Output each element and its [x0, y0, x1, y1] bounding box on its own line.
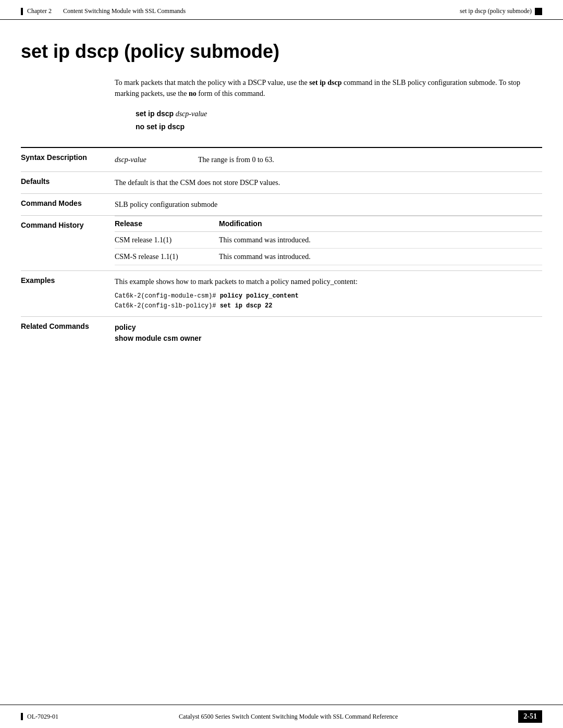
page-title: set ip dscp (policy submode)	[21, 41, 542, 63]
defaults-content: The default is that the CSM does not sto…	[115, 172, 542, 194]
command-history-label: Command History	[21, 216, 115, 271]
page-header: Chapter 2 Content Switching Module with …	[0, 0, 563, 20]
footer-page-number: 2-51	[518, 710, 542, 723]
syntax-lines: set ip dscp dscp-value no set ip dscp	[136, 109, 542, 131]
examples-label: Examples	[21, 271, 115, 317]
syntax-cmd-bold: set ip dscp	[136, 109, 174, 118]
code-line2-prefix: Cat6k-2(config-slb-policy)#	[115, 302, 220, 310]
command-modes-content: SLB policy configuration submode	[115, 194, 542, 216]
related-commands-content: policy show module csm owner	[115, 317, 542, 350]
syntax-desc-row: dscp-value The range is from 0 to 63.	[115, 153, 542, 166]
footer-doc-number: OL-7029-01	[27, 713, 58, 721]
main-content: set ip dscp (policy submode) To mark pac…	[0, 20, 563, 380]
syntax-param-italic: dscp-value	[176, 110, 207, 118]
related-cmd-policy: policy	[115, 322, 542, 333]
history-table: Release Modification CSM release 1.1(1)T…	[115, 216, 542, 265]
history-release-header: Release	[115, 216, 219, 232]
history-release-cell: CSM release 1.1(1)	[115, 232, 219, 249]
history-modification-cell: This command was introduced.	[219, 232, 542, 249]
footer-center-text: Catalyst 6500 Series Switch Content Swit…	[58, 713, 518, 721]
history-header-row: Release Modification	[115, 216, 542, 232]
code-block: Cat6k-2(config-module-csm)# policy polic…	[115, 291, 542, 311]
footer-bar-icon	[21, 713, 23, 720]
syntax-description-row: Syntax Description dscp-value The range …	[21, 147, 542, 172]
defaults-label: Defaults	[21, 172, 115, 194]
examples-row: Examples This example shows how to mark …	[21, 271, 542, 317]
intro-no-cmd: no	[189, 90, 197, 97]
intro-bold-cmd: set ip dscp	[309, 79, 341, 87]
sections-table: Syntax Description dscp-value The range …	[21, 147, 542, 349]
syntax-description-content: dscp-value The range is from 0 to 63.	[115, 147, 542, 172]
command-modes-row: Command Modes SLB policy configuration s…	[21, 194, 542, 216]
syntax-param: dscp-value	[115, 153, 198, 166]
page-footer: OL-7029-01 Catalyst 6500 Series Switch C…	[0, 705, 563, 728]
history-data-row: CSM-S release 1.1(1)This command was int…	[115, 249, 542, 265]
syntax-no-cmd: no set ip dscp	[136, 122, 185, 131]
syntax-desc-table: dscp-value The range is from 0 to 63.	[115, 153, 542, 166]
header-chapter: Chapter 2 Content Switching Module with …	[21, 7, 186, 15]
syntax-line-2: no set ip dscp	[136, 122, 542, 131]
history-modification-header: Modification	[219, 216, 542, 232]
syntax-description-label: Syntax Description	[21, 147, 115, 172]
header-bar-icon	[21, 8, 23, 15]
page-ref-text: set ip dscp (policy submode)	[460, 7, 532, 15]
chapter-title: Content Switching Module with SSL Comman…	[63, 7, 186, 15]
syntax-param-desc: The range is from 0 to 63.	[198, 153, 542, 166]
command-history-row: Command History Release Modification CSM…	[21, 216, 542, 271]
examples-content: This example shows how to mark packets t…	[115, 271, 542, 317]
command-modes-label: Command Modes	[21, 194, 115, 216]
history-modification-cell: This command was introduced.	[219, 249, 542, 265]
history-release-cell: CSM-S release 1.1(1)	[115, 249, 219, 265]
footer-left: OL-7029-01	[21, 713, 58, 721]
header-right-bar-icon	[535, 8, 542, 15]
examples-text: This example shows how to mark packets t…	[115, 278, 358, 286]
chapter-label: Chapter 2	[27, 7, 52, 15]
defaults-row: Defaults The default is that the CSM doe…	[21, 172, 542, 194]
related-commands-row: Related Commands policy show module csm …	[21, 317, 542, 350]
syntax-line-1: set ip dscp dscp-value	[136, 109, 542, 118]
related-commands-label: Related Commands	[21, 317, 115, 350]
history-data-row: CSM release 1.1(1)This command was intro…	[115, 232, 542, 249]
code-line1-prefix: Cat6k-2(config-module-csm)#	[115, 292, 220, 300]
intro-paragraph: To mark packets that match the policy wi…	[115, 77, 521, 99]
related-cmd-show: show module csm owner	[115, 333, 542, 344]
code-line1-cmd: policy policy_content	[220, 292, 299, 300]
header-page-ref: set ip dscp (policy submode)	[460, 7, 542, 15]
command-history-content: Release Modification CSM release 1.1(1)T…	[115, 216, 542, 271]
code-line2-cmd: set ip dscp 22	[220, 302, 273, 310]
